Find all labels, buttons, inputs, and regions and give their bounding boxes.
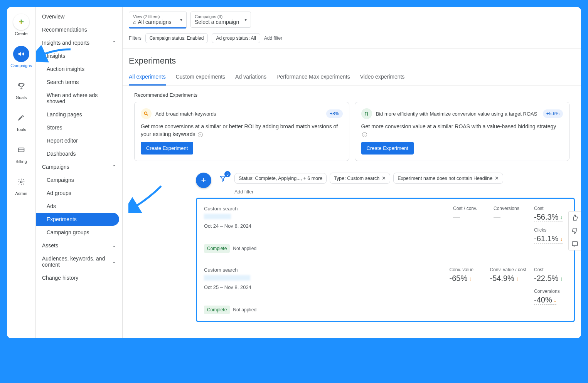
- metric-label: Clicks: [534, 227, 567, 233]
- campaign-dropdown[interactable]: Campaigns (3) Select a campaign ▼: [190, 12, 251, 28]
- filter-count-badge: 3: [224, 171, 231, 177]
- rail-admin-label: Admin: [15, 191, 27, 196]
- chevron-down-icon: ⌄: [112, 259, 116, 264]
- rail-billing-label: Billing: [15, 159, 27, 164]
- view-dropdown[interactable]: View (2 filters) ⌂All campaigns ▼: [129, 12, 187, 29]
- rail-goals[interactable]: Goals: [12, 76, 30, 102]
- sidebar-campaigns-section[interactable]: Campaigns ⌃: [36, 160, 122, 173]
- nav-rail: + Create Campaigns Goals Tools Billing: [7, 7, 36, 338]
- close-icon[interactable]: ✕: [382, 175, 386, 181]
- sidebar-insights-section-label: Insights and reports: [42, 40, 89, 46]
- add-filter-link[interactable]: Add filter: [264, 35, 282, 41]
- chevron-up-icon: ⌃: [112, 164, 116, 170]
- arrow-down-icon: ↓: [469, 275, 472, 282]
- metric-value: —: [453, 213, 460, 221]
- reco-card-1-desc: Get more conversions at a similar or bet…: [141, 123, 343, 138]
- experiment-toolbar: + 3 Status: Complete, Applying..., + 6 m…: [123, 169, 581, 195]
- create-button[interactable]: + Create: [12, 12, 30, 38]
- experiment-type: Custom search: [204, 206, 445, 212]
- trophy-icon: [13, 78, 29, 94]
- metric-value: -56.3%↓: [534, 213, 563, 222]
- sidebar-recommendations[interactable]: Recommendations: [36, 23, 122, 36]
- svg-rect-3: [572, 242, 578, 246]
- metric-label: Conv. value: [450, 267, 482, 272]
- rail-goals-label: Goals: [16, 95, 27, 100]
- reco-card-2-desc: Get more conversion value at a similar R…: [361, 123, 563, 138]
- rail-tools[interactable]: Tools: [12, 108, 30, 134]
- metric-label: Cost: [534, 206, 567, 211]
- sidebar-search-terms[interactable]: Search terms: [36, 76, 122, 89]
- sidebar-campaign-groups[interactable]: Campaign groups: [36, 226, 122, 239]
- rail-billing[interactable]: Billing: [12, 139, 30, 166]
- create-experiment-button-2[interactable]: Create Experiment: [361, 142, 414, 155]
- sidebar-campaigns[interactable]: Campaigns: [36, 173, 122, 186]
- sidebar-campaigns-section-label: Campaigns: [42, 164, 69, 170]
- filter-funnel-button[interactable]: 3: [217, 173, 229, 187]
- swap-icon: [361, 108, 372, 119]
- tab-all-experiments[interactable]: All experiments: [129, 69, 166, 86]
- sidebar-stores[interactable]: Stores: [36, 121, 122, 134]
- campaign-dropdown-value: Select a campaign: [195, 19, 239, 25]
- rail-campaigns[interactable]: Campaigns: [10, 44, 33, 70]
- thumbs-up-icon[interactable]: [570, 213, 580, 222]
- rail-admin[interactable]: Admin: [12, 171, 30, 198]
- filters-label: Filters: [129, 35, 142, 41]
- sidebar-landing[interactable]: Landing pages: [36, 108, 122, 121]
- thumbs-down-icon[interactable]: [570, 226, 580, 235]
- filter-chip-status[interactable]: Status: Complete, Applying..., + 6 more: [234, 173, 327, 184]
- sidebar-experiments[interactable]: Experiments: [36, 213, 119, 226]
- sidebar-change-history[interactable]: Change history: [36, 271, 122, 284]
- recommended-title: Recommended Experiments: [123, 86, 581, 102]
- metric-label: Cost: [534, 267, 567, 272]
- sidebar-insights-section[interactable]: Insights and reports ⌃: [36, 36, 122, 49]
- reco-card-1-title: Add broad match keywords: [155, 111, 322, 117]
- sidebar-when-where[interactable]: When and where ads showed: [36, 89, 122, 108]
- reco-card-2: Bid more efficiently with Maximize conve…: [355, 102, 570, 161]
- sidebar-auction[interactable]: Auction insights: [36, 62, 122, 76]
- sidebar-audiences[interactable]: Audiences, keywords, and content ⌄: [36, 252, 122, 271]
- metric-value: —: [494, 213, 500, 221]
- status-badge: Complete: [204, 306, 230, 314]
- experiment-row[interactable]: Custom search Oct 25 – Nov 8, 2024 Compl…: [197, 260, 574, 321]
- sidebar-dashboards[interactable]: Dashboards: [36, 147, 122, 160]
- feedback-panel: [568, 211, 581, 250]
- search-icon: [141, 108, 152, 119]
- sidebar-insights[interactable]: Insights: [36, 49, 122, 62]
- sidebar-ads[interactable]: Ads: [36, 200, 122, 213]
- arrow-down-icon: ↓: [516, 275, 519, 282]
- gear-icon: [13, 174, 29, 190]
- reco-card-1: Add broad match keywords +8% Get more co…: [134, 102, 349, 161]
- sidebar-assets[interactable]: Assets ⌄: [36, 239, 122, 252]
- help-icon[interactable]: ?: [198, 132, 203, 137]
- create-label: Create: [15, 31, 27, 36]
- metric-value: -22.5%↓: [534, 274, 563, 283]
- add-filter-link-2[interactable]: Add filter: [234, 186, 503, 195]
- tab-pmax-experiments[interactable]: Performance Max experiments: [276, 69, 350, 86]
- create-experiment-button-1[interactable]: Create Experiment: [141, 142, 193, 155]
- filter-chip-name[interactable]: Experiment name does not contain Headlin…: [393, 173, 503, 184]
- rail-campaigns-label: Campaigns: [10, 63, 32, 68]
- help-icon[interactable]: ?: [362, 132, 367, 137]
- arrow-down-icon: ↓: [560, 236, 563, 242]
- experiment-date: Oct 24 – Nov 8, 2024: [204, 223, 445, 229]
- add-experiment-fab[interactable]: +: [196, 173, 211, 188]
- tab-video-experiments[interactable]: Video experiments: [360, 69, 405, 86]
- tools-icon: [13, 110, 29, 126]
- tab-custom-experiments[interactable]: Custom experiments: [176, 69, 225, 86]
- tab-ad-variations[interactable]: Ad variations: [235, 69, 266, 86]
- filter-chip-campaign-status[interactable]: Campaign status: Enabled: [145, 33, 208, 43]
- sidebar-overview[interactable]: Overview: [36, 10, 122, 23]
- metric-label: Cost / conv.: [453, 206, 486, 211]
- filter-chip-type[interactable]: Type: Custom search✕: [330, 173, 390, 184]
- experiment-row[interactable]: Custom search Oct 24 – Nov 8, 2024 Compl…: [197, 199, 574, 260]
- sidebar-report-editor[interactable]: Report editor: [36, 134, 122, 147]
- sidebar-ad-groups[interactable]: Ad groups: [36, 186, 122, 200]
- filter-chip-adgroup-status[interactable]: Ad group status: All: [212, 33, 260, 43]
- rail-tools-label: Tools: [16, 127, 26, 132]
- metric-value: -61.1%↓: [534, 234, 563, 244]
- arrow-down-icon: ↓: [554, 297, 556, 303]
- close-icon[interactable]: ✕: [495, 175, 499, 181]
- megaphone-icon: [13, 46, 29, 62]
- feedback-icon[interactable]: [570, 239, 580, 249]
- metric-label: Conversions: [494, 206, 526, 211]
